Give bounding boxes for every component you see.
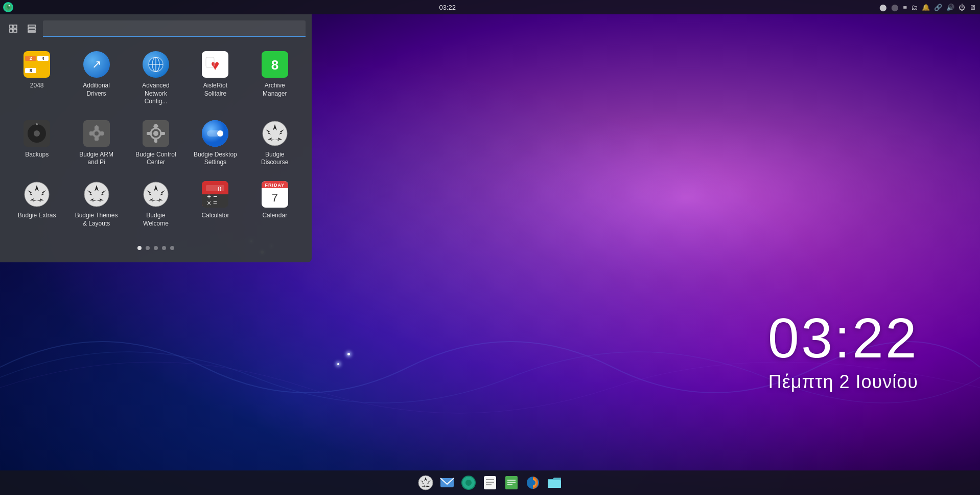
app-label-budgie-themes-layouts: Budgie Themes & Layouts [74,212,120,228]
svg-text:×: × [207,199,211,207]
page-dot-3[interactable] [154,246,158,250]
app-icon-2048: 248 [24,51,50,78]
svg-rect-95 [548,480,561,488]
app-item-advanced-network[interactable]: Advanced Network Config... [127,45,184,112]
app-item-2048[interactable]: 248 2048 [8,45,65,112]
panel-center: 03:22 [15,4,879,11]
svg-point-84 [465,480,472,486]
svg-text:♥: ♥ [211,57,220,73]
app-label-budgie-extras: Budgie Extras [18,212,56,220]
app-label-backups: Backups [25,151,49,159]
calendar-day-name: FRIDAY [262,181,288,188]
svg-rect-8 [28,28,35,30]
app-item-budgie-control-center[interactable]: Budgie Control Center [127,114,184,173]
svg-rect-89 [505,476,518,489]
app-menu: 248 2048 ↗ Additional Drivers [0,14,312,262]
svg-rect-30 [100,131,104,136]
app-item-backups[interactable]: Backups [8,114,65,173]
top-panel: 03:22 ⬤ ⬤ ≡ 🗂 🔔 🔗 🔊 ⏻ 🖥 [0,0,980,14]
app-item-calendar[interactable]: FRIDAY 7 Calendar [246,175,304,234]
app-label-budgie-discourse: Budgie Discourse [252,151,298,167]
taskbar-icon-document[interactable] [502,474,521,492]
app-icon-budgie-arm-pi [83,120,110,147]
app-label-archive-manager: Archive Manager [252,82,298,98]
app-label-advanced-network: Advanced Network Config... [133,82,179,106]
app-item-budgie-discourse[interactable]: Budgie Discourse [246,114,304,173]
search-input[interactable] [43,20,306,37]
app-item-budgie-extras[interactable]: Budgie Extras [8,175,65,234]
app-grid: 248 2048 ↗ Additional Drivers [0,41,312,238]
taskbar-icon-files[interactable] [545,474,564,492]
svg-rect-28 [95,137,99,141]
volume-icon[interactable]: 🔊 [946,4,954,11]
app-label-2048: 2048 [30,82,44,90]
svg-point-2 [9,5,10,7]
calendar-day-num: 7 [262,188,288,208]
app-icon-backups [24,120,50,147]
taskbar-icon-mail[interactable] [438,474,456,492]
page-dot-5[interactable] [170,246,174,250]
clock-time-display: 03:22 [768,310,919,366]
app-icon-additional-drivers: ↗ [83,51,110,78]
app-item-aisleriot[interactable]: ♥ AisleRiot Solitaire [186,45,244,112]
svg-rect-70 [206,185,224,191]
app-label-calculator: Calculator [201,212,229,220]
svg-rect-37 [147,132,152,135]
app-icon-aisleriot: ♥ [202,51,228,78]
display-icon[interactable]: 🖥 [969,4,976,11]
app-item-archive-manager[interactable]: 8 Archive Manager [246,45,304,112]
svg-rect-29 [89,131,94,136]
taskbar-icon-budgie[interactable] [416,474,435,492]
panel-right: ⬤ ⬤ ≡ 🗂 🔔 🔗 🔊 ⏻ 🖥 [879,4,980,11]
notification-icon[interactable]: 🔔 [922,4,930,11]
app-item-calculator[interactable]: 0 + − × = Calculator [186,175,244,234]
taskbar-icon-firefox[interactable] [524,474,542,492]
svg-rect-6 [14,29,17,32]
app-icon-calendar: FRIDAY 7 [262,181,288,208]
app-label-budgie-welcome: Budgie Welcome [133,212,179,228]
app-icon-budgie-themes-layouts [83,181,110,208]
app-item-additional-drivers[interactable]: ↗ Additional Drivers [67,45,125,112]
app-item-budgie-desktop-settings[interactable]: Budgie Desktop Settings [186,114,244,173]
svg-point-34 [153,131,158,136]
taskbar-icon-app2[interactable] [459,474,478,492]
app-item-budgie-arm-pi[interactable]: Budgie ARM and Pi [67,114,125,173]
svg-rect-38 [160,132,165,135]
svg-rect-3 [10,25,13,28]
svg-point-22 [34,130,40,137]
app-label-budgie-arm-pi: Budgie ARM and Pi [74,151,120,167]
page-dot-1[interactable] [137,246,142,250]
page-dot-4[interactable] [162,246,166,250]
app-icon-budgie-extras [24,181,50,208]
svg-point-26 [95,131,99,136]
svg-rect-9 [28,31,35,32]
taskbar-icon-text-editor[interactable] [481,474,499,492]
svg-text:8: 8 [271,57,278,73]
app-item-budgie-themes-layouts[interactable]: Budgie Themes & Layouts [67,175,125,234]
view-grid-button[interactable] [25,21,39,36]
app-icon-archive-manager: 8 [262,51,288,78]
svg-point-23 [36,123,38,125]
app-icon-calculator: 0 + − × = [202,181,228,208]
budgie-menu-button[interactable] [3,2,13,12]
pagination [0,244,312,252]
svg-rect-5 [10,29,13,32]
menu-icon[interactable]: ≡ [903,4,907,11]
folder-icon[interactable]: 🗂 [911,4,918,11]
recording-indicator: ⬤ [879,4,887,11]
view-list-button[interactable] [6,21,20,36]
svg-text:0: 0 [218,186,222,193]
link-icon[interactable]: 🔗 [934,4,942,11]
panel-clock: 03:22 [439,4,456,11]
panel-left [0,2,15,12]
svg-rect-7 [28,25,35,27]
taskbar [0,470,980,495]
page-dot-2[interactable] [146,246,150,250]
desktop-clock: 03:22 Πέμπτη 2 Ιουνίου [768,310,919,393]
app-icon-budgie-control-center [143,120,169,147]
power-icon[interactable]: ⏻ [959,4,965,11]
app-item-budgie-welcome[interactable]: Budgie Welcome [127,175,184,234]
app-label-additional-drivers: Additional Drivers [74,82,120,98]
svg-rect-36 [154,138,157,143]
app-icon-advanced-network [143,51,169,78]
